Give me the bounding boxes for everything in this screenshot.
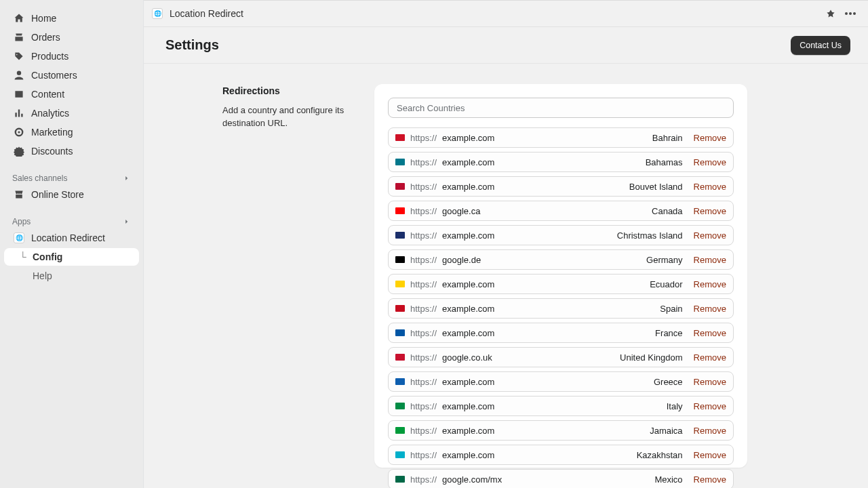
nav-online-store[interactable]: Online Store [4, 186, 139, 203]
remove-link[interactable]: Remove [694, 401, 726, 411]
url-prefix: https:// [410, 352, 437, 363]
topbar: 🌐 Location Redirect [144, 0, 868, 27]
redirect-row[interactable]: https://example.comBahamasRemove [388, 152, 734, 172]
country-name: Kazakhstan [637, 450, 683, 460]
url-prefix: https:// [410, 377, 437, 387]
app-location-redirect[interactable]: 🌐 Location Redirect [4, 229, 139, 247]
redirect-row[interactable]: https://example.comGreeceRemove [388, 371, 734, 392]
redirect-row[interactable]: https://example.comChristmas IslandRemov… [388, 225, 734, 245]
nav-discounts[interactable]: Discounts [4, 142, 139, 160]
remove-link[interactable]: Remove [694, 328, 726, 338]
redirect-row[interactable]: https://google.deGermanyRemove [388, 249, 734, 270]
nav-orders[interactable]: Orders [4, 28, 139, 46]
remove-link[interactable]: Remove [694, 255, 726, 265]
analytics-icon [14, 108, 24, 119]
nav-customers[interactable]: Customers [4, 66, 139, 84]
remove-link[interactable]: Remove [694, 304, 726, 314]
nav-label: Home [31, 13, 56, 24]
section-desc: Add a country and configure its destinat… [222, 104, 361, 130]
country-name: Bouvet Island [629, 182, 683, 192]
flag-icon [395, 281, 405, 287]
app-sub-help[interactable]: Help [4, 267, 139, 285]
country-name: Canada [652, 206, 683, 216]
redirect-row[interactable]: https://example.comFranceRemove [388, 323, 734, 343]
redirect-row[interactable]: https://example.comKazakhstanRemove [388, 445, 734, 465]
url-domain: example.com [442, 377, 648, 387]
remove-link[interactable]: Remove [694, 157, 726, 167]
remove-link[interactable]: Remove [694, 182, 726, 192]
redirect-row[interactable]: https://example.comEcuadorRemove [388, 274, 734, 294]
nav-label: Online Store [31, 189, 84, 200]
url-domain: google.com/mx [442, 474, 649, 485]
nav-home[interactable]: Home [4, 9, 139, 27]
remove-link[interactable]: Remove [694, 426, 726, 436]
nav-marketing[interactable]: Marketing [4, 123, 139, 141]
nav-label: Customers [31, 70, 77, 81]
svg-point-0 [845, 12, 848, 15]
nav-label: Orders [31, 32, 60, 43]
redirect-row[interactable]: https://example.comItalyRemove [388, 396, 734, 416]
redirect-row[interactable]: https://google.co.ukUnited KingdomRemove [388, 347, 734, 367]
nav-label: Analytics [31, 108, 69, 119]
nav-label: Products [31, 51, 68, 62]
country-name: Italy [667, 401, 683, 411]
remove-link[interactable]: Remove [694, 230, 726, 241]
sales-channels-header[interactable]: Sales channels [0, 168, 143, 186]
more-icon[interactable] [845, 12, 856, 15]
url-domain: example.com [442, 230, 612, 241]
flag-icon [395, 134, 405, 141]
nav-label: Discounts [31, 146, 73, 157]
remove-link[interactable]: Remove [694, 133, 726, 143]
redirect-row[interactable]: https://example.comJamaicaRemove [388, 420, 734, 441]
country-name: Bahamas [646, 157, 683, 167]
remove-link[interactable]: Remove [694, 352, 726, 363]
remove-link[interactable]: Remove [694, 474, 726, 485]
country-name: Jamaica [650, 426, 682, 436]
url-domain: example.com [442, 426, 644, 436]
url-prefix: https:// [410, 401, 437, 411]
svg-point-1 [849, 12, 852, 15]
customers-icon [14, 70, 24, 81]
svg-point-2 [853, 12, 856, 15]
store-icon [14, 189, 24, 200]
nav-label: Config [33, 251, 62, 262]
nav-products[interactable]: Products [4, 47, 139, 65]
nav-analytics[interactable]: Analytics [4, 104, 139, 122]
country-name: France [655, 328, 682, 338]
remove-link[interactable]: Remove [694, 377, 726, 387]
country-name: Christmas Island [617, 230, 683, 241]
url-prefix: https:// [410, 133, 437, 143]
remove-link[interactable]: Remove [694, 450, 726, 460]
redirect-row[interactable]: https://example.comSpainRemove [388, 298, 734, 319]
flag-icon [395, 256, 405, 263]
remove-link[interactable]: Remove [694, 279, 726, 289]
redirections-card: https://example.comBahrainRemovehttps://… [374, 84, 747, 468]
flag-icon [395, 305, 405, 312]
chevron-right-icon [123, 218, 131, 226]
search-input[interactable] [388, 98, 734, 118]
products-icon [14, 51, 24, 62]
contact-button[interactable]: Contact Us [791, 36, 850, 55]
page-title: Settings [165, 37, 219, 53]
apps-header[interactable]: Apps [0, 211, 143, 229]
section-title: Redirections [222, 85, 361, 96]
main: 🌐 Location Redirect Settings Contact Us … [144, 0, 868, 488]
remove-link[interactable]: Remove [694, 206, 726, 216]
redirect-row[interactable]: https://example.comBahrainRemove [388, 127, 734, 148]
url-prefix: https:// [410, 450, 437, 460]
flag-icon [395, 451, 405, 458]
nav-label: Help [33, 270, 52, 281]
country-name: Bahrain [652, 133, 683, 143]
redirect-row[interactable]: https://google.com/mxMexicoRemove [388, 469, 734, 488]
redirect-row[interactable]: https://google.caCanadaRemove [388, 201, 734, 221]
country-name: United Kingdom [620, 352, 683, 363]
redirect-row[interactable]: https://example.comBouvet IslandRemove [388, 176, 734, 197]
url-domain: example.com [442, 279, 644, 289]
pin-icon[interactable] [826, 9, 835, 18]
url-domain: example.com [442, 157, 640, 167]
app-sub-config[interactable]: └ Config [4, 248, 139, 266]
nav-label: Content [31, 89, 64, 100]
nav-label: Marketing [31, 127, 73, 138]
nav-content[interactable]: Content [4, 85, 139, 103]
url-prefix: https:// [410, 474, 437, 485]
